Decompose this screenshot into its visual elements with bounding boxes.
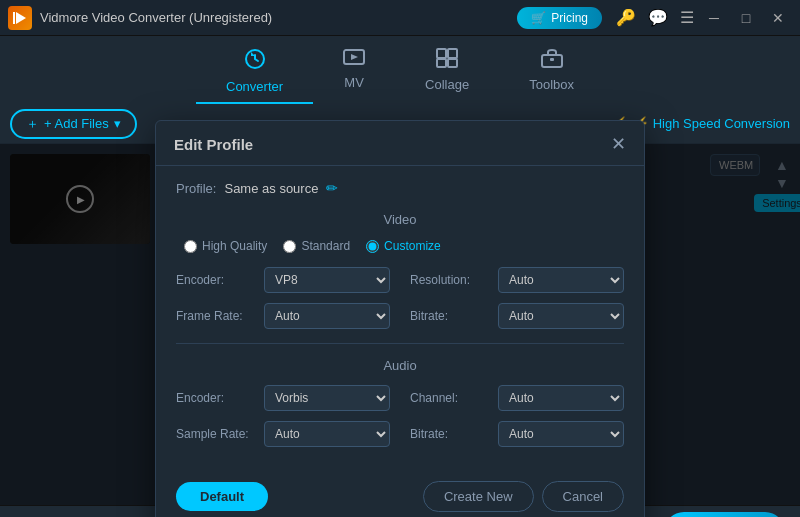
resolution-select[interactable]: Auto 1920x1080 1280x720 <box>498 267 624 293</box>
svg-rect-7 <box>448 59 457 67</box>
audio-encoder-label: Encoder: <box>176 391 256 405</box>
video-fields-grid: Encoder: VP8 VP9 H.264 Resolution: Auto … <box>176 267 624 329</box>
add-files-button[interactable]: ＋ + Add Files ▾ <box>10 109 137 139</box>
nav-tabs: Converter MV Collage <box>0 36 800 104</box>
app-logo <box>8 6 32 30</box>
key-icon[interactable]: 🔑 <box>610 6 642 29</box>
framerate-row: Frame Rate: Auto 30 60 <box>176 303 390 329</box>
modal-title: Edit Profile <box>174 136 253 153</box>
collage-icon <box>436 48 458 73</box>
video-bitrate-label: Bitrate: <box>410 309 490 323</box>
modal-footer: Default Create New Cancel <box>156 473 644 517</box>
quality-customize-option[interactable]: Customize <box>366 239 441 253</box>
video-bitrate-select[interactable]: Auto 1000k 2000k <box>498 303 624 329</box>
tab-collage[interactable]: Collage <box>395 42 499 104</box>
tab-toolbox-label: Toolbox <box>529 77 574 92</box>
menu-icon[interactable]: ☰ <box>674 6 700 29</box>
main-content: ▶ WEBM ▲ ▼ Settings Edit Profile ✕ Profi… <box>0 144 800 505</box>
profile-row: Profile: Same as source ✏ <box>176 180 624 196</box>
create-new-button[interactable]: Create New <box>423 481 534 512</box>
svg-rect-6 <box>437 59 446 67</box>
edit-profile-modal: Edit Profile ✕ Profile: Same as source ✏… <box>155 120 645 517</box>
cancel-button[interactable]: Cancel <box>542 481 624 512</box>
audio-bitrate-select[interactable]: Auto 128k 192k <box>498 421 624 447</box>
video-quality-group: High Quality Standard Customize <box>176 239 624 253</box>
minimize-button[interactable]: ─ <box>700 7 728 29</box>
app-title: Vidmore Video Converter (Unregistered) <box>40 10 517 25</box>
tab-toolbox[interactable]: Toolbox <box>499 42 604 104</box>
section-divider <box>176 343 624 344</box>
resolution-label: Resolution: <box>410 273 490 287</box>
default-button[interactable]: Default <box>176 482 268 511</box>
tab-mv-label: MV <box>344 75 364 90</box>
svg-rect-9 <box>550 58 554 61</box>
close-button[interactable]: ✕ <box>764 7 792 29</box>
samplerate-row: Sample Rate: Auto 44100 48000 <box>176 421 390 447</box>
dropdown-arrow-icon: ▾ <box>114 116 121 131</box>
quality-high-option[interactable]: High Quality <box>184 239 267 253</box>
encoder-label: Encoder: <box>176 273 256 287</box>
audio-encoder-row: Encoder: Vorbis AAC MP3 <box>176 385 390 411</box>
toolbox-icon <box>541 48 563 73</box>
audio-fields-grid: Encoder: Vorbis AAC MP3 Channel: Auto 1 … <box>176 385 624 447</box>
maximize-button[interactable]: □ <box>732 7 760 29</box>
quality-customize-radio[interactable] <box>366 240 379 253</box>
modal-close-button[interactable]: ✕ <box>611 133 626 155</box>
window-controls: ─ □ ✕ <box>700 7 792 29</box>
svg-rect-4 <box>437 49 446 58</box>
message-icon[interactable]: 💬 <box>642 6 674 29</box>
video-section-title: Video <box>176 212 624 227</box>
framerate-select[interactable]: Auto 30 60 <box>264 303 390 329</box>
channel-row: Channel: Auto 1 2 <box>410 385 624 411</box>
audio-section-title: Audio <box>176 358 624 373</box>
encoder-row: Encoder: VP8 VP9 H.264 <box>176 267 390 293</box>
quality-standard-label: Standard <box>301 239 350 253</box>
mv-icon <box>343 48 365 71</box>
profile-label: Profile: <box>176 181 216 196</box>
samplerate-label: Sample Rate: <box>176 427 256 441</box>
convert-all-button[interactable]: Convert All <box>664 512 785 518</box>
resolution-row: Resolution: Auto 1920x1080 1280x720 <box>410 267 624 293</box>
svg-marker-0 <box>16 12 26 24</box>
cart-icon: 🛒 <box>531 11 546 25</box>
framerate-label: Frame Rate: <box>176 309 256 323</box>
samplerate-select[interactable]: Auto 44100 48000 <box>264 421 390 447</box>
quality-customize-label: Customize <box>384 239 441 253</box>
audio-bitrate-label: Bitrate: <box>410 427 490 441</box>
audio-bitrate-row: Bitrate: Auto 128k 192k <box>410 421 624 447</box>
channel-select[interactable]: Auto 1 2 <box>498 385 624 411</box>
channel-label: Channel: <box>410 391 490 405</box>
audio-encoder-select[interactable]: Vorbis AAC MP3 <box>264 385 390 411</box>
title-bar: Vidmore Video Converter (Unregistered) 🛒… <box>0 0 800 36</box>
modal-header: Edit Profile ✕ <box>156 121 644 166</box>
modal-overlay: Edit Profile ✕ Profile: Same as source ✏… <box>0 144 800 505</box>
tab-converter[interactable]: Converter <box>196 42 313 104</box>
quality-high-label: High Quality <box>202 239 267 253</box>
svg-rect-1 <box>13 12 15 24</box>
profile-value: Same as source <box>224 181 318 196</box>
modal-body: Profile: Same as source ✏ Video High Qua… <box>156 166 644 473</box>
pricing-button[interactable]: 🛒 Pricing <box>517 7 602 29</box>
quality-standard-option[interactable]: Standard <box>283 239 350 253</box>
video-bitrate-row: Bitrate: Auto 1000k 2000k <box>410 303 624 329</box>
quality-high-radio[interactable] <box>184 240 197 253</box>
svg-rect-5 <box>448 49 457 58</box>
add-icon: ＋ <box>26 115 39 133</box>
modal-right-buttons: Create New Cancel <box>423 481 624 512</box>
encoder-select[interactable]: VP8 VP9 H.264 <box>264 267 390 293</box>
tab-converter-label: Converter <box>226 79 283 94</box>
tab-collage-label: Collage <box>425 77 469 92</box>
converter-icon <box>244 48 266 75</box>
tab-mv[interactable]: MV <box>313 42 395 104</box>
profile-edit-button[interactable]: ✏ <box>326 180 338 196</box>
quality-standard-radio[interactable] <box>283 240 296 253</box>
